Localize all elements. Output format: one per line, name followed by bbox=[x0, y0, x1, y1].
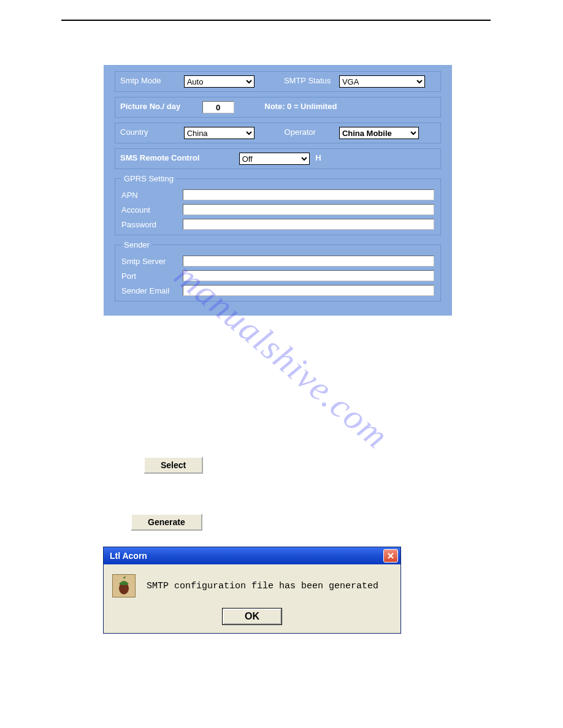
apn-input[interactable] bbox=[183, 189, 434, 200]
sender-group: Sender Smtp Server Port Sender Email bbox=[115, 240, 441, 301]
row-smtp-mode: Smtp Mode Auto SMTP Status VGA bbox=[115, 71, 441, 92]
close-icon[interactable] bbox=[383, 549, 398, 563]
gprs-legend: GPRS Setting bbox=[121, 174, 176, 183]
sender-legend: Sender bbox=[121, 240, 152, 249]
select-button[interactable]: Select bbox=[144, 457, 203, 474]
smtp-mode-select[interactable]: Auto bbox=[184, 75, 255, 88]
horizontal-rule bbox=[61, 20, 491, 21]
picture-no-label: Picture No./ day bbox=[120, 102, 200, 111]
acorn-icon bbox=[112, 574, 136, 597]
confirmation-dialog: Ltl Acorn SMTP configuration file has be… bbox=[103, 547, 401, 634]
smtp-status-select[interactable]: VGA bbox=[339, 75, 425, 88]
sender-email-input[interactable] bbox=[183, 285, 434, 296]
smtp-server-label: Smtp Server bbox=[121, 257, 183, 266]
dialog-titlebar: Ltl Acorn bbox=[104, 547, 400, 564]
account-input[interactable] bbox=[183, 204, 434, 215]
sms-remote-label: SMS Remote Control bbox=[120, 153, 237, 162]
picture-no-note: Note: 0 = Unlimited bbox=[264, 102, 337, 111]
smtp-settings-panel: Smtp Mode Auto SMTP Status VGA Picture N… bbox=[104, 65, 452, 316]
row-country-operator: Country China Operator China Mobile bbox=[115, 123, 441, 143]
country-label: Country bbox=[120, 127, 182, 137]
country-select[interactable]: China bbox=[184, 127, 255, 139]
operator-label: Operator bbox=[263, 127, 337, 137]
smtp-mode-label: Smtp Mode bbox=[120, 76, 182, 85]
sms-remote-select[interactable]: Off bbox=[239, 153, 310, 165]
password-label: Password bbox=[121, 220, 183, 229]
ok-button[interactable]: OK bbox=[223, 609, 282, 624]
smtp-server-input[interactable] bbox=[183, 256, 434, 267]
sms-remote-tail: H bbox=[315, 153, 321, 162]
port-input[interactable] bbox=[183, 270, 434, 281]
password-input[interactable] bbox=[183, 219, 434, 230]
generate-button[interactable]: Generate bbox=[131, 514, 202, 531]
sender-email-label: Sender Email bbox=[121, 286, 183, 295]
row-sms-remote: SMS Remote Control Off H bbox=[115, 148, 441, 169]
dialog-message: SMTP configuration file has been generat… bbox=[147, 581, 378, 591]
smtp-status-label: SMTP Status bbox=[263, 76, 337, 85]
picture-no-input[interactable] bbox=[202, 101, 234, 113]
port-label: Port bbox=[121, 271, 183, 281]
dialog-title: Ltl Acorn bbox=[106, 551, 147, 561]
row-picture-per-day: Picture No./ day Note: 0 = Unlimited bbox=[115, 97, 441, 118]
account-label: Account bbox=[121, 205, 183, 214]
operator-select[interactable]: China Mobile bbox=[339, 127, 419, 139]
apn-label: APN bbox=[121, 191, 183, 200]
gprs-setting-group: GPRS Setting APN Account Password bbox=[115, 174, 441, 235]
